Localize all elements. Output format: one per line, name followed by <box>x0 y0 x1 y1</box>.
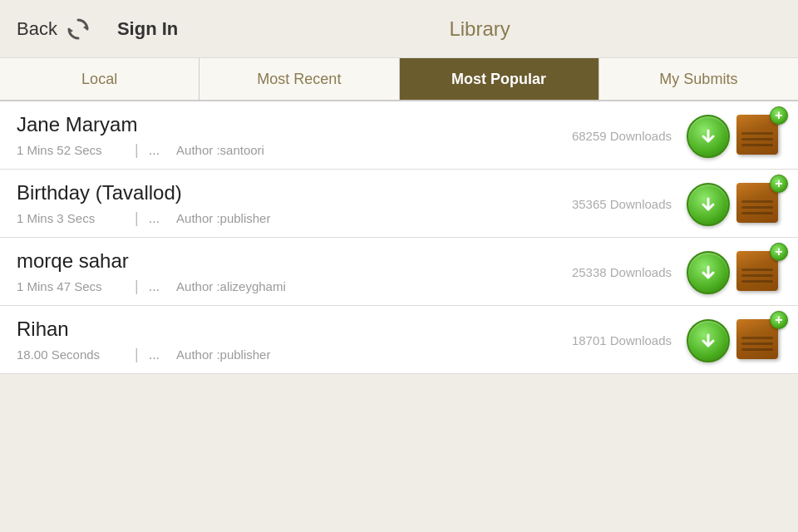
item-actions: + <box>687 115 781 158</box>
item-content: Jane Maryam 1 Mins 52 Secs | ... Author … <box>17 113 539 159</box>
refresh-icon[interactable] <box>64 15 92 43</box>
list-item: Jane Maryam 1 Mins 52 Secs | ... Author … <box>0 101 798 170</box>
add-to-library-button[interactable]: + <box>736 183 781 226</box>
back-button[interactable]: Back <box>17 15 92 43</box>
item-duration: 1 Mins 52 Secs <box>17 143 125 157</box>
book-lines <box>741 132 773 150</box>
item-author: Author :santoori <box>176 143 264 157</box>
item-separator: | <box>135 346 139 363</box>
item-meta: 1 Mins 47 Secs | ... Author :alizeyghami <box>17 278 539 295</box>
plus-icon: + <box>770 311 788 329</box>
book-line <box>741 280 773 283</box>
download-button[interactable] <box>687 319 730 362</box>
tab-most-popular[interactable]: Most Popular <box>400 58 599 100</box>
item-actions: + <box>687 251 781 294</box>
item-downloads: 25338 Downloads <box>539 265 672 279</box>
tab-local[interactable]: Local <box>0 58 200 100</box>
book-line <box>741 144 773 146</box>
item-dots: ... <box>149 143 160 158</box>
back-label: Back <box>17 18 57 40</box>
song-list: Jane Maryam 1 Mins 52 Secs | ... Author … <box>0 101 798 374</box>
item-author: Author :alizeyghami <box>176 279 286 293</box>
add-to-library-button[interactable]: + <box>736 251 781 294</box>
add-to-library-button[interactable]: + <box>736 115 781 158</box>
book-lines <box>741 268 773 286</box>
book-line <box>741 138 773 140</box>
item-downloads: 68259 Downloads <box>539 129 672 143</box>
list-item: Birthday (Tavallod) 1 Mins 3 Secs | ... … <box>0 170 798 238</box>
plus-icon: + <box>770 106 788 125</box>
item-content: Birthday (Tavallod) 1 Mins 3 Secs | ... … <box>17 181 539 227</box>
item-actions: + <box>687 319 781 362</box>
item-dots: ... <box>149 279 160 294</box>
svg-marker-0 <box>83 25 87 30</box>
list-item: morqe sahar 1 Mins 47 Secs | ... Author … <box>0 238 798 306</box>
tab-bar: Local Most Recent Most Popular My Submit… <box>0 58 798 101</box>
book-lines <box>741 337 773 354</box>
item-meta: 1 Mins 3 Secs | ... Author :publisher <box>17 209 539 227</box>
book-lines <box>741 200 773 218</box>
item-separator: | <box>135 278 139 295</box>
plus-icon: + <box>770 243 788 261</box>
item-downloads: 35365 Downloads <box>539 197 672 211</box>
book-line <box>741 268 773 271</box>
library-title: Library <box>178 17 781 41</box>
tab-most-recent[interactable]: Most Recent <box>200 58 399 100</box>
item-content: Rihan 18.00 Seconds | ... Author :publis… <box>17 318 539 363</box>
item-duration: 18.00 Seconds <box>17 347 125 362</box>
item-duration: 1 Mins 3 Secs <box>17 211 125 225</box>
item-separator: | <box>135 141 139 159</box>
item-title: Rihan <box>17 318 539 341</box>
download-button[interactable] <box>687 251 730 294</box>
item-title: morqe sahar <box>17 249 539 273</box>
tab-my-submits[interactable]: My Submits <box>599 58 798 100</box>
item-author: Author :publisher <box>176 347 270 362</box>
item-duration: 1 Mins 47 Secs <box>17 279 125 293</box>
signin-button[interactable]: Sign In <box>117 18 178 40</box>
item-downloads: 18701 Downloads <box>539 333 672 347</box>
list-item: Rihan 18.00 Seconds | ... Author :publis… <box>0 306 798 374</box>
item-dots: ... <box>149 211 160 226</box>
book-line <box>741 337 773 339</box>
download-button[interactable] <box>687 115 730 158</box>
book-line <box>741 200 773 203</box>
book-line <box>741 206 773 209</box>
item-content: morqe sahar 1 Mins 47 Secs | ... Author … <box>17 249 539 295</box>
svg-marker-1 <box>69 28 73 33</box>
item-separator: | <box>135 209 139 227</box>
plus-icon: + <box>770 175 788 193</box>
book-line <box>741 132 773 135</box>
top-bar: Back Sign In Library <box>0 0 798 58</box>
book-line <box>741 274 773 277</box>
add-to-library-button[interactable]: + <box>736 319 781 362</box>
item-meta: 18.00 Seconds | ... Author :publisher <box>17 346 539 363</box>
item-title: Birthday (Tavallod) <box>17 181 539 204</box>
book-line <box>741 212 773 214</box>
book-line <box>741 342 773 345</box>
item-actions: + <box>687 183 781 226</box>
download-button[interactable] <box>687 183 730 226</box>
item-author: Author :publisher <box>176 211 270 225</box>
item-meta: 1 Mins 52 Secs | ... Author :santoori <box>17 141 539 159</box>
book-line <box>741 348 773 351</box>
item-title: Jane Maryam <box>17 113 539 136</box>
item-dots: ... <box>149 347 160 362</box>
